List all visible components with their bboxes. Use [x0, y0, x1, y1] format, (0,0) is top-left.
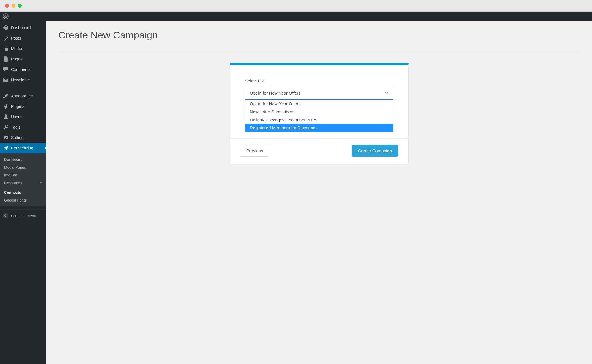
- sidebar-item-newsletter[interactable]: Newsletter: [0, 75, 46, 85]
- main-content: Create New Campaign Select List Opt-in f…: [46, 21, 592, 364]
- sidebar-subitem-cp-connects[interactable]: Connects: [0, 189, 46, 196]
- sidebar-item-dashboard[interactable]: Dashboard: [0, 23, 46, 33]
- sidebar-subitem-cp-modalpopup[interactable]: Modal Popup: [0, 163, 46, 171]
- admin-sidebar: DashboardPostsMediaPagesCommentsNewslett…: [0, 21, 46, 364]
- sidebar-item-label: Comments: [11, 67, 31, 72]
- sidebar-item-label: Tools: [11, 125, 21, 130]
- sliders-icon: [3, 135, 9, 141]
- sidebar-item-label: Appearance: [11, 94, 33, 98]
- plug-icon: [3, 104, 9, 109]
- sidebar-item-settings[interactable]: Settings: [0, 132, 46, 143]
- sidebar-item-convertplug[interactable]: ConvertPlug: [0, 143, 46, 153]
- sidebar-subitem-label: Dashboard: [4, 157, 23, 162]
- sidebar-item-label: Newsletter: [11, 77, 30, 82]
- chevron-down-icon: [384, 91, 388, 95]
- sidebar-item-pages[interactable]: Pages: [0, 54, 46, 64]
- dashboard-icon: [3, 25, 9, 31]
- paperplane-icon: [3, 145, 9, 151]
- user-icon: [3, 114, 9, 120]
- sidebar-subitem-label: Resources: [4, 181, 22, 185]
- brush-icon: [3, 93, 9, 99]
- sidebar-item-label: ConvertPlug: [11, 146, 33, 150]
- page-title: Create New Campaign: [58, 29, 580, 41]
- sidebar-item-media[interactable]: Media: [0, 43, 46, 54]
- select-list-dropdown[interactable]: Opt-in for New Year Offers: [245, 86, 393, 99]
- sidebar-submenu: DashboardModal PopupInfo BarResourcesCon…: [0, 153, 46, 206]
- sidebar-subitem-cp-dashboard[interactable]: Dashboard: [0, 156, 46, 163]
- sidebar-item-label: Users: [11, 114, 22, 119]
- sidebar-item-plugins[interactable]: Plugins: [0, 101, 46, 112]
- select-list-selected-value: Opt-in for New Year Offers: [250, 90, 301, 95]
- collapse-menu-label: Collapse menu: [11, 214, 36, 218]
- sidebar-subitem-cp-infobar[interactable]: Info Bar: [0, 171, 46, 179]
- media-icon: [3, 46, 9, 51]
- create-campaign-button-label: Create Campaign: [358, 148, 392, 153]
- campaign-panel: Select List Opt-in for New Year Offers O…: [230, 63, 409, 164]
- sidebar-item-label: Pages: [11, 57, 23, 61]
- create-campaign-button[interactable]: Create Campaign: [352, 145, 398, 157]
- sidebar-item-tools[interactable]: Tools: [0, 122, 46, 132]
- pages-icon: [3, 56, 9, 62]
- sidebar-subitem-label: Modal Popup: [4, 165, 26, 169]
- sidebar-item-label: Posts: [11, 36, 21, 40]
- sidebar-item-users[interactable]: Users: [0, 112, 46, 122]
- sidebar-item-appearance[interactable]: Appearance: [0, 91, 46, 101]
- sidebar-item-comments[interactable]: Comments: [0, 64, 46, 75]
- pin-icon: [3, 35, 9, 41]
- sidebar-item-label: Dashboard: [11, 25, 31, 30]
- comment-icon: [3, 66, 9, 72]
- collapse-menu-button[interactable]: Collapse menu: [0, 209, 46, 222]
- sidebar-subitem-cp-googlefonts[interactable]: Google Fonts: [0, 196, 46, 204]
- panel-footer: Previous Create Campaign: [230, 138, 408, 164]
- wordpress-logo-icon[interactable]: [3, 13, 9, 19]
- sidebar-item-label: Settings: [11, 135, 26, 140]
- select-list-option[interactable]: Opt-in for New Year Offers: [245, 100, 393, 108]
- window-titlebar: [0, 0, 592, 12]
- window-minimize-button[interactable]: [12, 4, 15, 8]
- window-maximize-button[interactable]: [18, 4, 22, 8]
- sidebar-subitem-label: Google Fonts: [4, 198, 27, 202]
- sidebar-subitem-label: Connects: [4, 190, 21, 195]
- mail-icon: [3, 77, 9, 83]
- select-list-label: Select List: [245, 78, 393, 83]
- sidebar-subitem-label: Info Bar: [4, 173, 17, 177]
- sidebar-item-label: Media: [11, 46, 22, 51]
- previous-button-label: Previous: [246, 148, 263, 153]
- wp-admin-bar: [0, 12, 592, 21]
- select-list-option[interactable]: Registered Members for Discounts: [245, 124, 393, 132]
- divider: [58, 51, 580, 51]
- wrench-icon: [3, 124, 9, 130]
- select-list-option[interactable]: Newsletter Subscribers: [245, 108, 393, 116]
- sidebar-item-posts[interactable]: Posts: [0, 33, 46, 43]
- sidebar-subitem-cp-resources[interactable]: Resources: [0, 179, 46, 187]
- sidebar-item-label: Plugins: [11, 104, 24, 109]
- select-list-options: Opt-in for New Year OffersNewsletter Sub…: [245, 99, 393, 132]
- collapse-icon: [3, 213, 8, 218]
- chevron-down-icon: [40, 182, 42, 185]
- window-close-button[interactable]: [5, 4, 9, 8]
- previous-button[interactable]: Previous: [240, 145, 269, 157]
- select-list-option[interactable]: Holiday Packages December 2015: [245, 116, 393, 124]
